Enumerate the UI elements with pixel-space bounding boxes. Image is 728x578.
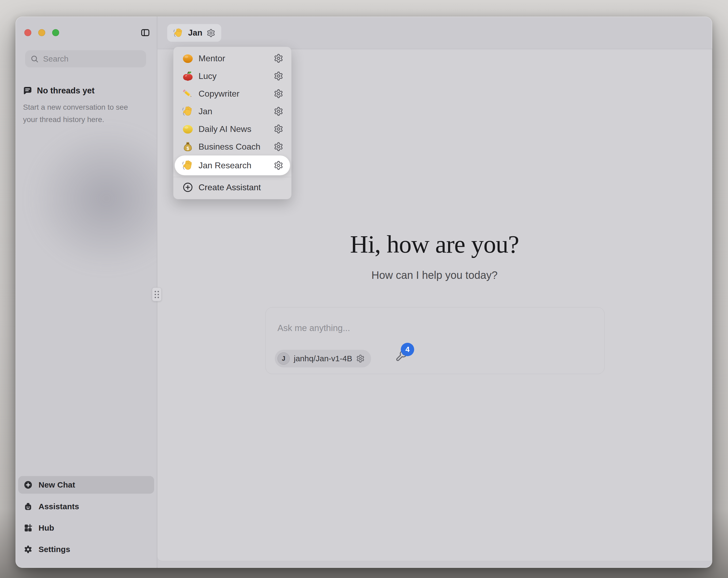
menu-item-label: Daily AI News — [199, 124, 274, 134]
model-name: janhq/Jan-v1-4B — [294, 354, 352, 363]
menu-item-label: Copywriter — [199, 89, 274, 99]
gear-icon[interactable] — [356, 354, 365, 363]
panel-left-icon — [140, 28, 150, 37]
gear-icon — [24, 545, 33, 554]
menu-item-label: Jan — [199, 106, 274, 117]
search-icon — [30, 55, 39, 63]
nav-label: Hub — [38, 523, 54, 532]
composer: J janhq/Jan-v1-4B 4 — [265, 307, 605, 374]
message-input[interactable] — [277, 323, 588, 345]
create-assistant-label: Create Assistant — [199, 182, 261, 193]
menu-item-label: Business Coach — [199, 142, 274, 152]
sidebar-resize-handle[interactable] — [152, 287, 162, 301]
plus-circle-outline-icon — [182, 182, 193, 193]
sidebar-decoration-blob — [30, 128, 157, 270]
orange-circle-icon — [182, 52, 194, 64]
sidebar-item-assistants[interactable]: Assistants — [18, 498, 154, 515]
close-button[interactable] — [24, 29, 31, 36]
greeting-subtitle: How can I help you today? — [157, 269, 712, 281]
plus-circle-icon — [24, 480, 33, 489]
empty-state-title: No threads yet — [37, 86, 95, 96]
sidebar-item-hub[interactable]: Hub — [18, 520, 154, 536]
gear-icon[interactable] — [274, 160, 283, 170]
model-avatar: J — [278, 352, 290, 365]
empty-state-description: Start a new conversation to see your thr… — [23, 101, 142, 126]
nav-label: Assistants — [38, 502, 79, 511]
bot-icon — [24, 502, 33, 511]
menu-item-copywriter[interactable]: Copywriter — [173, 85, 291, 102]
model-selector-button[interactable]: J janhq/Jan-v1-4B — [275, 350, 371, 368]
gear-icon[interactable] — [274, 106, 283, 116]
menu-item-label: Mentor — [199, 53, 274, 64]
nav-label: New Chat — [38, 480, 75, 489]
money-bag-icon — [182, 141, 194, 153]
zoom-button[interactable] — [52, 29, 59, 36]
chat-bubble-icon — [23, 85, 33, 96]
gear-icon[interactable] — [274, 142, 283, 151]
search-box[interactable] — [25, 50, 146, 68]
apple-icon — [182, 70, 194, 82]
gear-icon[interactable] — [274, 89, 283, 99]
nav-label: Settings — [38, 545, 70, 554]
grid-plus-icon — [24, 523, 33, 532]
menu-item-daily-ai-news[interactable]: Daily AI News — [173, 120, 291, 138]
wave-icon — [182, 105, 194, 117]
gear-icon[interactable] — [274, 71, 283, 81]
app-window: No threads yet Start a new conversation … — [16, 17, 712, 568]
menu-item-lucy[interactable]: Lucy — [173, 67, 291, 85]
yellow-circle-icon — [182, 123, 194, 135]
menu-item-jan-research[interactable]: Jan Research — [175, 155, 290, 175]
desktop: No threads yet Start a new conversation … — [0, 0, 728, 578]
search-input[interactable] — [43, 54, 146, 64]
menu-item-create-assistant[interactable]: Create Assistant — [173, 179, 291, 196]
sidebar-item-new-chat[interactable]: New Chat — [18, 476, 154, 494]
gear-icon[interactable] — [207, 29, 215, 37]
gear-icon[interactable] — [274, 53, 283, 63]
greeting-title: Hi, how are you? — [157, 230, 712, 258]
menu-item-business-coach[interactable]: Business Coach — [173, 138, 291, 155]
main-area: Jan Mentor Lucy Copywriter — [157, 17, 712, 568]
assistant-selector-button[interactable]: Jan — [167, 24, 221, 42]
window-controls — [24, 29, 59, 36]
gear-icon[interactable] — [274, 124, 283, 134]
menu-item-label: Lucy — [199, 71, 274, 81]
minimize-button[interactable] — [38, 29, 45, 36]
sidebar-item-settings[interactable]: Settings — [18, 541, 154, 558]
menu-item-jan[interactable]: Jan — [173, 102, 291, 120]
sidebar-toggle-button[interactable] — [139, 27, 151, 39]
wave-icon — [173, 28, 184, 38]
threads-empty-state-header: No threads yet — [23, 85, 95, 96]
pencil-icon — [182, 88, 194, 100]
grip-dots-icon — [155, 291, 159, 298]
menu-item-mentor[interactable]: Mentor — [173, 50, 291, 67]
tools-count-badge: 4 — [401, 343, 414, 356]
assistant-selector-label: Jan — [188, 28, 202, 38]
sidebar: No threads yet Start a new conversation … — [16, 17, 157, 568]
wave-icon — [182, 159, 194, 171]
menu-item-label: Jan Research — [199, 160, 274, 171]
assistant-menu: Mentor Lucy Copywriter Jan — [173, 47, 292, 199]
